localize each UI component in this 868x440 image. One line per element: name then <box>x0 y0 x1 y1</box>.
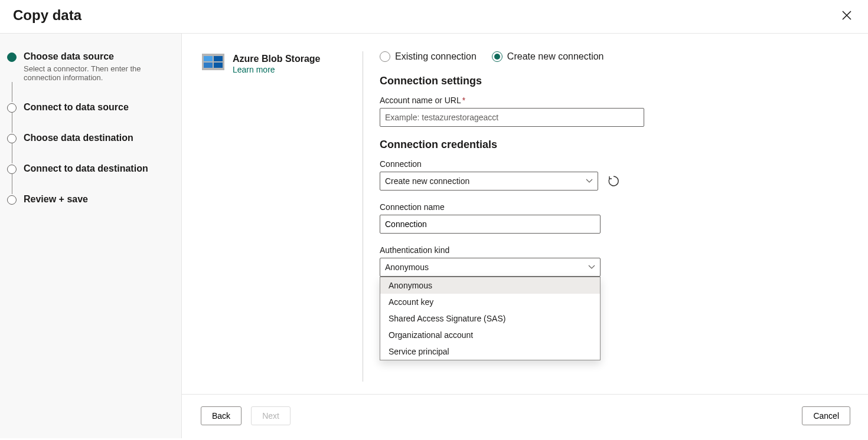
step-choose-data-destination[interactable]: Choose data destination <box>7 133 172 143</box>
next-button[interactable]: Next <box>251 406 291 425</box>
account-name-input[interactable] <box>380 108 644 127</box>
wizard-sidebar: Choose data source Select a connector. T… <box>0 34 182 438</box>
step-title: Connect to data source <box>24 102 172 113</box>
page-title: Copy data <box>13 7 81 24</box>
auth-kind-select[interactable]: Anonymous <box>380 258 601 277</box>
step-title: Review + save <box>24 194 172 205</box>
auth-option-anonymous[interactable]: Anonymous <box>380 277 600 294</box>
step-title: Connect to data destination <box>24 163 172 174</box>
close-icon <box>842 11 851 20</box>
radio-existing-connection[interactable]: Existing connection <box>380 51 477 62</box>
section-connection-credentials: Connection credentials <box>380 139 684 151</box>
radio-icon <box>380 51 390 62</box>
connection-label: Connection <box>380 159 684 169</box>
step-connector <box>12 174 12 194</box>
step-indicator-icon <box>7 103 17 113</box>
select-value: Anonymous <box>385 262 429 272</box>
azure-blob-storage-icon <box>202 54 224 70</box>
step-choose-data-source[interactable]: Choose data source Select a connector. T… <box>7 51 172 82</box>
radio-icon <box>492 51 502 62</box>
radio-label: Existing connection <box>395 51 477 62</box>
step-indicator-icon <box>7 195 17 205</box>
learn-more-link[interactable]: Learn more <box>233 65 275 74</box>
step-connector <box>12 82 12 102</box>
step-review-save[interactable]: Review + save <box>7 194 172 205</box>
auth-option-sas[interactable]: Shared Access Signature (SAS) <box>380 310 600 327</box>
account-name-label: Account name or URL* <box>380 96 684 105</box>
svg-rect-4 <box>214 63 223 68</box>
svg-rect-1 <box>204 56 213 61</box>
step-connector <box>12 143 12 163</box>
svg-rect-2 <box>214 56 223 61</box>
connection-name-label: Connection name <box>380 202 684 212</box>
close-button[interactable] <box>838 7 855 24</box>
auth-option-organizational[interactable]: Organizational account <box>380 327 600 343</box>
step-connector <box>12 113 12 133</box>
step-title: Choose data source <box>24 51 172 62</box>
step-connect-data-destination[interactable]: Connect to data destination <box>7 163 172 174</box>
section-connection-settings: Connection settings <box>380 75 684 87</box>
chevron-down-icon <box>588 264 595 271</box>
step-indicator-icon <box>7 165 17 174</box>
step-connect-data-source[interactable]: Connect to data source <box>7 102 172 113</box>
step-indicator-icon <box>7 134 17 143</box>
select-value: Create new connection <box>385 176 469 186</box>
back-button[interactable]: Back <box>201 406 242 425</box>
auth-option-service-principal[interactable]: Service principal <box>380 343 600 360</box>
refresh-icon[interactable] <box>608 175 619 187</box>
vertical-divider <box>363 51 363 382</box>
connection-select[interactable]: Create new connection <box>380 172 598 191</box>
connector-name: Azure Blob Storage <box>233 54 320 64</box>
auth-option-account-key[interactable]: Account key <box>380 294 600 310</box>
cancel-button[interactable]: Cancel <box>802 406 850 425</box>
step-indicator-icon <box>7 52 17 62</box>
auth-kind-label: Authentication kind <box>380 245 684 255</box>
svg-rect-3 <box>204 63 213 68</box>
connection-name-input[interactable] <box>380 215 601 234</box>
auth-kind-dropdown: Anonymous Account key Shared Access Sign… <box>380 277 601 360</box>
step-title: Choose data destination <box>24 133 172 143</box>
chevron-down-icon <box>586 178 593 185</box>
radio-label: Create new connection <box>507 51 604 62</box>
step-description: Select a connector. Then enter the conne… <box>24 64 159 82</box>
radio-create-new-connection[interactable]: Create new connection <box>492 51 604 62</box>
